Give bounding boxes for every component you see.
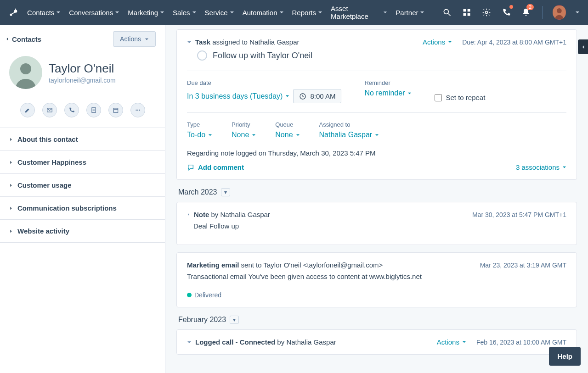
task-actions-dropdown[interactable]: Actions (423, 38, 452, 46)
nav-label: Partner (396, 9, 418, 17)
task-body: Regarding note logged on Thursday, March… (187, 145, 566, 163)
activity-timeline: Task assigned to Nathalia Gaspar Actions… (165, 25, 588, 373)
accordion-website[interactable]: Website activity (0, 219, 165, 243)
queue-label: Queue (275, 121, 300, 128)
nav-marketing[interactable]: Marketing (128, 9, 164, 17)
accordion-communication[interactable]: Communication subscriptions (0, 196, 165, 219)
chevron-down-icon (208, 133, 212, 137)
nav-label: Automation (243, 9, 277, 17)
chevron-down-icon (375, 133, 379, 137)
chevron-down-icon (383, 10, 387, 15)
svg-point-12 (557, 8, 562, 13)
accordion-label: Customer usage (17, 181, 72, 189)
svg-rect-19 (113, 108, 118, 112)
call-action-button[interactable] (64, 103, 79, 117)
svg-point-10 (486, 11, 488, 14)
chevron-right-icon[interactable] (187, 213, 190, 216)
email-action-button[interactable] (42, 103, 57, 117)
nav-contacts[interactable]: Contacts (27, 9, 61, 17)
nav-automation[interactable]: Automation (243, 9, 284, 17)
note-action-button[interactable] (20, 103, 35, 117)
help-button[interactable]: Help (549, 347, 581, 366)
collapse-icon[interactable] (187, 40, 192, 45)
accordion-label: Customer Happiness (17, 158, 86, 166)
accordion-happiness[interactable]: Customer Happiness (0, 150, 165, 173)
document-icon (90, 107, 97, 113)
sidebar-actions-button[interactable]: Actions (113, 31, 156, 47)
account-chevron-icon[interactable] (574, 6, 581, 19)
march-section-header: March 2023 ▾ (178, 188, 577, 196)
accordion-about[interactable]: About this contact (0, 128, 165, 150)
nav-reports[interactable]: Reports (292, 9, 323, 17)
chevron-down-icon (160, 10, 164, 15)
notif-badge: 2 (526, 4, 534, 10)
slide-in-tab[interactable] (578, 39, 588, 54)
contact-name: Taylor O'neil (49, 61, 116, 76)
nav-label: Marketing (128, 9, 158, 17)
nav-service[interactable]: Service (205, 9, 234, 17)
due-time-input[interactable]: 8:00 AM (293, 89, 341, 103)
settings-icon[interactable] (481, 6, 492, 19)
actions-label: Actions (120, 35, 141, 43)
contact-email: taylorfoneil@gmail.com (49, 77, 116, 84)
log-action-button[interactable] (86, 103, 101, 117)
due-date-dropdown[interactable]: In 3 business days (Tuesday) (187, 92, 289, 100)
chevron-left-icon (6, 37, 9, 41)
add-comment-button[interactable]: Add comment (187, 163, 244, 171)
user-avatar[interactable] (553, 5, 566, 20)
more-action-button[interactable] (130, 103, 145, 117)
chevron-right-icon (9, 206, 13, 210)
marketing-email-card: Marketing email sent to Taylor O'neil <t… (176, 252, 577, 307)
priority-label: Priority (232, 121, 256, 128)
task-complete-checkbox[interactable] (197, 50, 207, 61)
svg-rect-9 (468, 13, 470, 16)
reminder-dropdown[interactable]: No reminder (364, 89, 412, 97)
assigned-dropdown[interactable]: Nathalia Gaspar (319, 131, 379, 139)
accordion-usage[interactable]: Customer usage (0, 173, 165, 196)
back-to-contacts-link[interactable]: Contacts (6, 35, 41, 43)
email-card-title: Marketing email sent to Taylor O'neil <t… (187, 261, 383, 269)
chevron-down-icon (115, 10, 119, 15)
phone-icon[interactable] (501, 6, 512, 19)
search-icon[interactable] (441, 6, 452, 19)
call-actions-dropdown[interactable]: Actions (437, 338, 466, 346)
meeting-action-button[interactable] (108, 103, 123, 117)
type-dropdown[interactable]: To-do (187, 131, 212, 139)
divider (187, 112, 566, 113)
collapse-icon[interactable] (187, 340, 192, 345)
svg-point-22 (137, 110, 138, 111)
chevron-right-icon (9, 161, 13, 164)
type-label: Type (187, 121, 212, 128)
svg-point-4 (444, 9, 448, 14)
assigned-label: Assigned to (319, 121, 379, 128)
repeat-checkbox[interactable] (435, 94, 442, 101)
note-card: Note by Nathalia Gaspar Mar 30, 2023 at … (176, 202, 577, 245)
hubspot-logo-icon[interactable] (7, 6, 19, 19)
task-card: Task assigned to Nathalia Gaspar Actions… (176, 29, 577, 180)
chevron-down-icon (56, 10, 61, 15)
phone-icon (68, 107, 75, 113)
note-body: Deal Follow up (187, 218, 566, 236)
nav-sales[interactable]: Sales (173, 9, 197, 17)
marketplace-icon[interactable] (461, 6, 473, 19)
section-chevron[interactable]: ▾ (221, 188, 230, 196)
nav-partner[interactable]: Partner (396, 9, 424, 17)
top-nav: Contacts Conversations Marketing Sales S… (0, 0, 588, 25)
svg-point-14 (20, 63, 31, 74)
notifications-icon[interactable]: 2 (520, 6, 532, 19)
nav-asset-marketplace[interactable]: Asset Marketplace (331, 5, 387, 20)
nav-label: Sales (173, 9, 190, 17)
contact-sidebar: Contacts Actions Taylor O'neil taylorfon… (0, 25, 165, 373)
repeat-checkbox-row[interactable]: Set to repeat (435, 94, 485, 101)
associations-dropdown[interactable]: 3 associations (516, 163, 566, 171)
chevron-down-icon (145, 37, 149, 41)
nav-conversations[interactable]: Conversations (69, 9, 119, 17)
section-chevron[interactable]: ▾ (230, 316, 239, 324)
chevron-down-icon (448, 40, 452, 44)
contact-avatar[interactable] (9, 56, 42, 89)
chevron-down-icon (230, 10, 234, 15)
queue-dropdown[interactable]: None (275, 131, 300, 139)
february-section-header: February 2023 ▾ (178, 316, 577, 324)
priority-dropdown[interactable]: None (232, 131, 256, 139)
nav-label: Asset Marketplace (331, 5, 381, 20)
